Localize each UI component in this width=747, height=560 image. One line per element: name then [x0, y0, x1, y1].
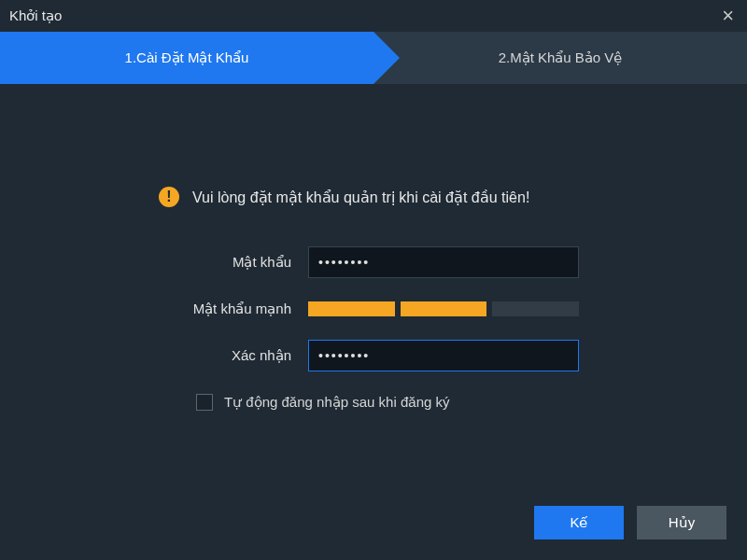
step-bar: 1.Cài Đặt Mật Khẩu 2.Mật Khẩu Bảo Vệ	[0, 32, 747, 84]
password-label: Mật khẩu	[121, 254, 308, 271]
warning-icon: !	[159, 187, 179, 207]
password-input[interactable]	[308, 246, 579, 278]
password-row: Mật khẩu	[65, 246, 682, 278]
titlebar: Khởi tạo ×	[0, 0, 747, 32]
confirm-label: Xác nhận	[121, 347, 308, 364]
strength-row: Mật khẩu mạnh	[65, 301, 682, 317]
strength-segment	[308, 301, 395, 316]
prompt-text: Vui lòng đặt mật khẩu quản trị khi cài đ…	[192, 189, 529, 206]
step-label: 1.Cài Đặt Mật Khẩu	[125, 49, 249, 66]
window-title: Khởi tạo	[9, 7, 62, 24]
confirm-input[interactable]	[308, 340, 579, 371]
footer: Kế Hủy	[534, 506, 726, 539]
step-set-password[interactable]: 1.Cài Đặt Mật Khẩu	[0, 32, 374, 84]
next-button[interactable]: Kế	[534, 506, 624, 539]
autologin-checkbox[interactable]	[196, 394, 213, 411]
content-area: ! Vui lòng đặt mật khẩu quản trị khi cài…	[0, 84, 747, 411]
step-protect-password[interactable]: 2.Mật Khẩu Bảo Vệ	[374, 32, 747, 84]
strength-bar	[308, 301, 579, 316]
close-icon[interactable]: ×	[722, 6, 734, 26]
init-dialog: Khởi tạo × 1.Cài Đặt Mật Khẩu 2.Mật Khẩu…	[0, 0, 747, 560]
cancel-button[interactable]: Hủy	[637, 506, 726, 539]
strength-segment	[401, 301, 487, 316]
prompt-row: ! Vui lòng đặt mật khẩu quản trị khi cài…	[65, 187, 682, 207]
strength-label: Mật khẩu mạnh	[121, 301, 308, 317]
strength-segment	[492, 301, 579, 316]
autologin-row: Tự động đăng nhập sau khi đăng ký	[65, 394, 682, 411]
autologin-label: Tự động đăng nhập sau khi đăng ký	[224, 394, 450, 411]
step-label: 2.Mật Khẩu Bảo Vệ	[499, 49, 623, 66]
confirm-row: Xác nhận	[65, 340, 682, 371]
